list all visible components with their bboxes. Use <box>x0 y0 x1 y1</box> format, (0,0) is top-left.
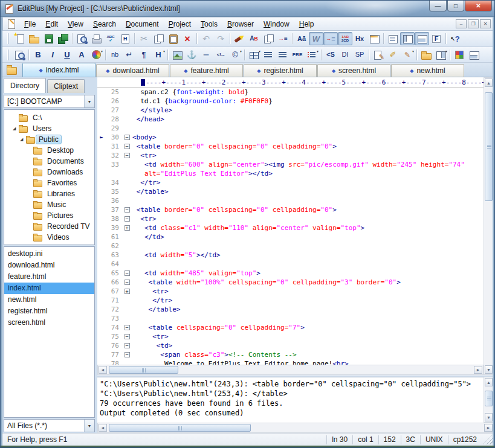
replace-button[interactable]: AB <box>247 32 261 45</box>
tree-item-documents[interactable]: Documents <box>4 156 94 167</box>
div-tag-button[interactable]: DI <box>338 48 352 62</box>
spell-check-button[interactable]: ABC✔ <box>103 32 118 45</box>
file-item-download-html[interactable]: download.html <box>4 260 94 271</box>
preformatted-button[interactable]: PRE <box>290 48 305 62</box>
align-right-button[interactable] <box>276 48 290 62</box>
mdi-minimize-button[interactable]: – <box>456 19 467 28</box>
line-numbers-button[interactable]: 1AB2CD <box>338 32 352 45</box>
document-properties-button[interactable] <box>367 32 381 45</box>
edit-document-button[interactable] <box>371 48 386 62</box>
project-folder-icon[interactable] <box>5 64 19 76</box>
tab-cliptext[interactable]: Cliptext <box>47 79 85 93</box>
insert-table-button[interactable]: ▾ <box>247 48 261 62</box>
toolbar-grip[interactable] <box>7 33 9 44</box>
resize-grip[interactable] <box>483 435 493 444</box>
strip-tags-button[interactable]: <S <box>323 48 338 62</box>
find-in-files-button[interactable] <box>261 32 276 45</box>
text-color-button[interactable]: ▾ <box>89 48 103 62</box>
file-item-register-html[interactable]: register.html <box>4 306 94 317</box>
file-item-screen-html[interactable]: screen.html <box>4 317 94 328</box>
scroll-right-icon[interactable]: ► <box>474 366 482 374</box>
menu-help[interactable]: Help <box>294 18 319 30</box>
tree-item-desktop[interactable]: Desktop <box>4 145 94 156</box>
editor-vscroll-thumb[interactable] <box>485 92 493 201</box>
dropdown-arrow-icon[interactable]: ▾ <box>101 49 103 53</box>
scroll-right-icon[interactable]: ► <box>484 424 493 432</box>
expand-arrow-icon[interactable]: ◢ <box>13 126 19 131</box>
editor-horizontal-scrollbar[interactable]: ◄ ► <box>97 365 484 375</box>
toolbar-grip[interactable] <box>7 50 9 60</box>
horizontal-rule-button[interactable]: ═ <box>199 48 213 62</box>
color-pencils-button[interactable]: ✎▾ <box>400 48 415 62</box>
menu-project[interactable]: Project <box>164 18 196 30</box>
tree-item-c[interactable]: C:\ <box>4 112 94 123</box>
maximize-button[interactable]: □ <box>447 1 464 11</box>
fold-toggle[interactable]: + <box>125 225 130 231</box>
convert-case-button[interactable]: Aā <box>294 32 309 45</box>
dropdown-arrow-icon[interactable]: ▾ <box>259 49 260 53</box>
fold-toggle[interactable]: − <box>125 135 130 140</box>
word-wrap-button[interactable]: W <box>309 32 323 45</box>
comment-button[interactable]: <!-- <box>213 48 228 62</box>
tab-feature-html[interactable]: ◆feature.html <box>170 64 243 77</box>
fold-toggle[interactable]: − <box>125 207 130 213</box>
menu-edit[interactable]: Edit <box>40 18 63 30</box>
document-template-button[interactable] <box>118 32 132 45</box>
highlight-pen-button[interactable]: ✐ <box>386 48 400 62</box>
file-item-feature-html[interactable]: feature.html <box>4 271 94 283</box>
output-hscroll-thumb[interactable] <box>109 424 251 432</box>
print-button[interactable] <box>89 32 103 45</box>
tab-screen-html[interactable]: ◆screen.html <box>317 64 390 77</box>
tab-download-html[interactable]: ◆download.html <box>96 64 169 77</box>
menu-tools[interactable]: Tools <box>196 18 222 30</box>
expand-arrow-icon[interactable]: ◢ <box>20 137 26 142</box>
tree-item-downloads[interactable]: Downloads <box>4 167 94 178</box>
new-folder-window-button[interactable] <box>419 48 433 62</box>
minimize-button[interactable]: — <box>429 1 447 11</box>
menu-window[interactable]: Window <box>259 18 294 30</box>
fold-toggle[interactable]: − <box>125 270 130 276</box>
heading-button[interactable]: H▾ <box>151 48 166 62</box>
tree-item-pictures[interactable]: Pictures <box>4 210 94 221</box>
scroll-down-icon[interactable]: ▼ <box>485 413 493 421</box>
redo-button[interactable]: ↷ <box>213 32 228 45</box>
new-file-button[interactable] <box>12 32 27 45</box>
save-all-button[interactable] <box>56 32 70 45</box>
file-filter[interactable]: All Files (*.*) ▼ <box>4 419 95 432</box>
split-window-button[interactable]: ▾ <box>433 48 448 62</box>
go-to-line-button[interactable]: →≡ <box>276 32 290 45</box>
paste-button[interactable] <box>166 32 180 45</box>
cut-button[interactable]: ✂ <box>137 32 151 45</box>
document-menu-icon[interactable] <box>7 19 16 28</box>
bottom-panel-view-button[interactable] <box>467 48 481 62</box>
tab-register-html[interactable]: ◆register.html <box>244 64 317 77</box>
open-file-button[interactable] <box>27 32 41 45</box>
find-button[interactable] <box>232 32 247 45</box>
scroll-left-icon[interactable]: ◄ <box>99 424 107 432</box>
hex-viewer-button[interactable]: Hx <box>352 32 367 45</box>
full-screen-button[interactable]: F <box>429 32 444 45</box>
scroll-up-icon[interactable]: ▲ <box>485 78 493 87</box>
menu-document[interactable]: Document <box>121 18 164 30</box>
tree-item-music[interactable]: Music <box>4 199 94 210</box>
insert-list-button[interactable]: ▾ <box>305 48 319 62</box>
editor-hscroll-thumb[interactable] <box>109 366 178 374</box>
tree-item-recorded-tv[interactable]: Recorded TV <box>4 221 94 232</box>
windows-explorer-button[interactable] <box>452 48 467 62</box>
tree-item-videos[interactable]: Videos <box>4 232 94 243</box>
file-item-index-html[interactable]: index.html <box>4 283 94 294</box>
print-preview-button[interactable] <box>74 32 89 45</box>
paragraph-button[interactable]: ¶ <box>137 48 151 62</box>
code-area[interactable]: 25 span.c2 {font-weight: bold}26 td.c1 {… <box>97 88 484 365</box>
fold-toggle[interactable]: + <box>125 289 130 294</box>
tab-new-html[interactable]: ◆new.html <box>391 64 464 77</box>
scroll-up-icon[interactable]: ▲ <box>485 378 493 386</box>
non-breaking-space-button[interactable]: nb <box>108 48 122 62</box>
output-vscroll-thumb[interactable] <box>485 391 493 406</box>
mdi-close-button[interactable]: ✕ <box>480 19 491 28</box>
insert-image-button[interactable] <box>170 48 184 62</box>
file-item-new-html[interactable]: new.html <box>4 294 94 306</box>
mdi-restore-button[interactable]: ❐ <box>468 19 479 28</box>
scroll-down-icon[interactable]: ▼ <box>485 365 493 374</box>
tab-index-html[interactable]: ◆index.html <box>22 63 95 77</box>
